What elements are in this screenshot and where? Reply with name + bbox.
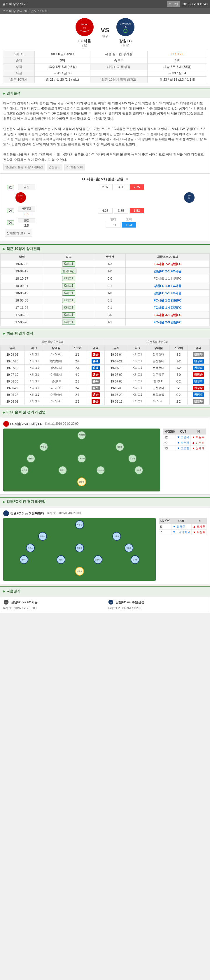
analysis-content: 다우리와 경기에서 2-1패 승파왔 가든 서울 FW 페시치가 부상으로 이탈… xyxy=(0,98,210,173)
svg-text:SeouL: SeouL xyxy=(81,23,88,25)
away-team-tag: (원정) xyxy=(121,44,129,48)
match-venue: 서울 월드컵 경기장 xyxy=(90,51,147,57)
table-row: 19-04-17 한국FA컵 1-0 강원FC 2-1 FC서울 xyxy=(1,268,210,275)
odds-label-085: ⚽ xyxy=(7,221,14,225)
list-item: 19-07-03 K리그1 한국FC 0-2 원정패 xyxy=(105,378,209,385)
away-lineup-league: K리그1 2019-09-04 20:00 xyxy=(47,511,80,515)
home-player-df3: 오스마르 xyxy=(96,466,105,475)
home-score-last: 홈 21 / 실 20 (2.1 / 실1) xyxy=(35,76,90,83)
h2h-col-league: 리그 xyxy=(43,254,94,261)
odds-away-083: 2.75 xyxy=(130,184,144,190)
detail-button[interactable]: 상세보기 보기 ▲ xyxy=(5,229,32,237)
home-player-df2: 윤영선 xyxy=(58,466,67,475)
list-item: 19-06-30 K리그1 인천유나 2-1 원정승 xyxy=(105,385,209,391)
away-lineup-match: 강원FC 3 vs 3 전북현대 xyxy=(10,511,44,515)
match-header: SeouL FC FC서울 (홈) VS 원정 GANGWON FC xyxy=(0,14,210,86)
uo-val: 2.5 xyxy=(24,224,29,227)
home-player-mid5: 고요한 xyxy=(128,454,137,463)
breadcrumb-text: 프로픽 승부의 2019년도 44회차 xyxy=(2,9,48,13)
home-team: SeouL FC FC서울 (홈) xyxy=(74,17,95,48)
home-player-mid2: 창형질 xyxy=(115,442,124,452)
table-row: 17-05-20 K리그1 1-1 FC서울 2-3 강원FC xyxy=(1,319,210,326)
home-player-gk: 양한빈 xyxy=(77,477,86,487)
home-form-subtitle: 10전 5승 2무 3패 xyxy=(0,339,105,345)
away-lineup-header: 강원FC 이전 경기 라인업 xyxy=(0,497,210,506)
list-item: 12 ▼ 조영욱 ▲ 박용우 xyxy=(164,435,206,440)
analysis-p1: 다우리와 경기에서 2-1패 승파왔 가든 서울 FW 페시치가 부상으로 이탈… xyxy=(3,101,207,121)
table-row: 18-10-27 K리그1 0-0 FC서울 1-1 강원FC xyxy=(1,275,210,282)
home-form-side: 10전 5승 2무 3패 일시 리그 상대팀 스코어 결과 19-09-02 K… xyxy=(0,339,105,405)
category-label: 승부의 승수 있다 xyxy=(2,2,27,6)
home-player-df4: 고묘원 xyxy=(135,466,143,475)
list-item: 19-09-02 K리그1 다 어FC 2-1 홈승 xyxy=(1,352,105,358)
home-team-name: FC서울 xyxy=(79,38,91,44)
svg-text:GW: GW xyxy=(110,601,112,603)
h2h-section-header: 최근 10경기 상대전적 xyxy=(0,244,210,253)
home-form-table: 일시 리그 상대팀 스코어 결과 19-09-02 K리그1 다 어FC 2-1… xyxy=(0,345,105,405)
away-record: 득 39 / 실 34 xyxy=(147,70,207,76)
analysis-p2: 연전문도 서울의 경우 원정에서는 기도와 고류석이 부담을 안고 있는 것으로… xyxy=(3,126,207,147)
svg-text:성남: 성남 xyxy=(5,601,8,603)
odds-label-083: ⚽ xyxy=(7,185,14,189)
away-player-mid4: 이름패 xyxy=(75,544,84,553)
list-item: 19-07-21 K리그1 울산현대 1-2 원정패 xyxy=(105,358,209,365)
home-rank: 3위 xyxy=(35,57,90,64)
analysis-p3: 연전문도 서울 팀의 경우 다른 팀에 비해 나름대의 블록을 쌓아두 거나며 … xyxy=(3,152,207,162)
list-item: 7 ▼ T.나라치로 ▲ 박상혁 xyxy=(159,530,207,535)
odds-type-085: U/O xyxy=(18,218,35,223)
away-changes-table: 시간(분) OUT IN 5 ▼ 최영준 ▲ 오세훈 7 ▼ T.나라치로 ▲ … xyxy=(159,518,207,535)
list-item: 5 ▼ 최영준 ▲ 오세훈 xyxy=(159,524,207,530)
pick-label-tag: 연전문도 볼링 기준: 1 랜디컵 xyxy=(3,164,45,170)
table-row: 17-06-02 K리그1 0-0 FC서울 3-1 강원FC xyxy=(1,312,210,319)
list-item: 19-09-04 K리그1 전북현대 3-3 원정무 xyxy=(105,352,209,358)
odds-home-084: 4.25 xyxy=(98,208,112,213)
home-lineup-match: FC서울 2 vs 1 대구FC xyxy=(10,422,42,426)
away-score-last: 홈 23 / 실 18 (2.3 / 실1.8) xyxy=(147,76,207,83)
table-row: 19-07-06 K리그1 1-3 FC서울 7-2 강원FC xyxy=(1,261,210,268)
list-item: 19-06-22 K리그1 포항스틸 0-2 원정패 xyxy=(105,391,209,398)
login-button[interactable]: 로그인 xyxy=(167,1,180,7)
odds-away-084: 1.53 xyxy=(130,208,144,213)
list-item: 19-07-09 K리그1 상주상무 4-0 원정승 xyxy=(105,371,209,378)
home-player-mid4: Kim Joo xyxy=(77,454,86,463)
list-item: 19-06-15 K리그1 다 어FC 2-2 원정무 xyxy=(105,398,209,405)
table-row: 17-11-04 K리그1 0-1 FC서울 1-4 강원FC xyxy=(1,304,210,312)
list-item: 73 ▼ 고요한 ▲ 신세계 xyxy=(164,446,206,451)
odds-header: FC서울 (홈) vs (원정) 강원FC xyxy=(3,177,207,182)
h2h-table: 날짜 리그 전반전 최종스코어/결과 19-07-06 K리그1 1-3 FC서… xyxy=(0,253,210,326)
next-match-2: GW 강원FC vs 수원삼성 K리그1 2019-09-17 19:00 xyxy=(108,599,207,610)
home-lineup-section: FC서울 2 vs 1 대구FC K리그1 2019-09-02 20:00 조… xyxy=(0,418,210,495)
odds-team-logos: SeouL FC GW FC xyxy=(3,192,207,203)
breadcrumb: 프로픽 승부의 2019년도 44회차 xyxy=(0,8,210,14)
broadcast: SPOTV+ xyxy=(147,51,207,57)
odds-draw-084: 3.85 xyxy=(114,208,128,213)
form-section-header: 최근 10경기 성적 xyxy=(0,329,210,338)
handicap-val: -1.0 xyxy=(24,212,29,216)
home-player-fw: 조영욱 xyxy=(77,431,86,440)
next-match-1: 성남 성남FC vs FC서울 K리그1 2019-09-17 19:00 xyxy=(3,599,102,610)
away-player-mid1: 최은성 xyxy=(38,532,47,541)
away-player-df2: 유준수 xyxy=(56,555,65,565)
list-item: 19-06-02 K리그1 다 어FC 2-1 홈승 xyxy=(1,398,105,405)
odds-home-logo: SeouL FC xyxy=(15,192,27,203)
h2h-col-half: 전반전 xyxy=(94,254,126,261)
odds-section: FC서울 (홈) vs (원정) 강원FC ⚽ 일반 2.07 3.30 2.7… xyxy=(0,173,210,242)
odds-type-084: 핸디캡 xyxy=(18,206,35,212)
odds-draw-083: 3.30 xyxy=(114,184,128,190)
list-item: 19-06-22 K리그1 수원삼성 2-1 홈승 xyxy=(1,391,105,398)
h2h-section: 날짜 리그 전반전 최종스코어/결과 19-07-06 K리그1 1-3 FC서… xyxy=(0,253,210,326)
away-form-subtitle: 10전 5승 3무 2패 xyxy=(105,339,209,345)
over-label: 오버 xyxy=(126,217,132,221)
home-changes-table: 시간(분) OUT IN 12 ▼ 조영욱 ▲ 박용우 67 ▼ 박주영 ▲ 김… xyxy=(163,428,206,451)
next-match2-teams: 강원FC vs 수원삼성 xyxy=(115,600,144,605)
away-form-side: 10전 5승 3무 2패 일시 리그 상대팀 스코어 결과 19-09-04 K… xyxy=(105,339,210,405)
result-label: 승부무 xyxy=(90,57,147,64)
pick-odds-tag: 2.5기준 오버 xyxy=(64,164,85,170)
page-header: 승부의 승수 있다 로그인 2019-06-10 15:49 xyxy=(0,0,210,8)
odds-under-085: 1.87 xyxy=(106,222,120,228)
away-player-gk: 이호승 xyxy=(75,567,84,576)
odds-home-083: 2.07 xyxy=(98,184,112,190)
next-match1-teams: 성남FC vs FC서울 xyxy=(11,600,38,605)
away-player-mid5: 이동경 xyxy=(125,544,133,553)
table-row: 18-09-01 K리그1 0-1 강원FC 1-0 FC서울 xyxy=(1,282,210,290)
